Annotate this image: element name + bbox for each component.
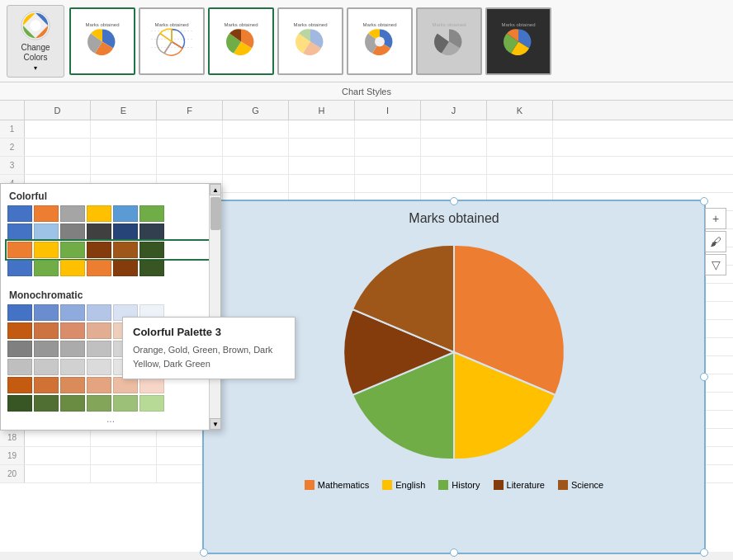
color-swatch[interactable] xyxy=(7,322,32,339)
color-swatch[interactable] xyxy=(87,242,111,258)
color-swatch[interactable] xyxy=(87,377,111,393)
color-swatch[interactable] xyxy=(140,205,164,222)
color-swatch[interactable] xyxy=(87,260,111,276)
change-colors-button[interactable]: Change Colors ▾ xyxy=(7,5,64,78)
color-swatch[interactable] xyxy=(60,260,85,276)
chart-thumb-4[interactable]: Marks obtained xyxy=(277,7,343,75)
color-swatch[interactable] xyxy=(7,242,32,258)
color-swatch[interactable] xyxy=(140,242,164,258)
color-swatch[interactable] xyxy=(140,260,164,276)
tooltip-description: Orange, Gold, Green, Brown, Dark Yellow,… xyxy=(133,343,285,370)
color-swatch[interactable] xyxy=(113,395,138,412)
color-swatch[interactable] xyxy=(34,260,59,276)
color-swatch[interactable] xyxy=(140,377,164,393)
color-swatch[interactable] xyxy=(60,242,85,258)
svg-text:Marks obtained: Marks obtained xyxy=(293,21,327,26)
legend-label-science: Science xyxy=(571,480,603,490)
dropdown-indicator: ▾ xyxy=(34,64,37,72)
color-swatch[interactable] xyxy=(7,341,32,357)
color-swatch[interactable] xyxy=(87,322,111,339)
brush-icon: 🖌 xyxy=(710,235,721,248)
col-headers: D E F G H I J K xyxy=(0,101,733,120)
chart-thumbnails: Marks obtained Marks obtained xyxy=(69,7,726,75)
color-swatch[interactable] xyxy=(87,359,111,375)
color-swatch[interactable] xyxy=(60,377,85,393)
color-swatch[interactable] xyxy=(7,304,32,321)
color-swatch[interactable] xyxy=(34,341,59,357)
chart-thumb-5[interactable]: Marks obtained xyxy=(347,7,413,75)
color-swatch[interactable] xyxy=(34,322,59,339)
resize-handle-bottom-right[interactable] xyxy=(700,548,708,557)
monochromatic-section-title: Monochromatic xyxy=(1,283,220,304)
col-header-d: D xyxy=(25,101,91,120)
color-swatch[interactable] xyxy=(113,377,138,393)
color-swatch[interactable] xyxy=(113,242,138,258)
scrollbar-up-button[interactable]: ▲ xyxy=(210,184,221,195)
color-swatch[interactable] xyxy=(34,359,59,375)
color-swatch[interactable] xyxy=(60,304,85,321)
color-swatch[interactable] xyxy=(34,242,59,258)
chart-thumb-7[interactable]: Marks obtained xyxy=(485,7,551,75)
color-swatch[interactable] xyxy=(34,377,59,393)
more-indicator: ... xyxy=(1,412,220,426)
color-swatch[interactable] xyxy=(113,224,138,240)
color-swatch[interactable] xyxy=(34,395,59,412)
color-swatch[interactable] xyxy=(87,395,111,412)
col-header-g: G xyxy=(223,101,289,120)
palette-icon xyxy=(20,10,51,41)
col-header-h: H xyxy=(289,101,355,120)
color-swatch[interactable] xyxy=(34,224,59,240)
color-swatch[interactable] xyxy=(60,322,85,339)
chart-styles-button[interactable]: 🖌 xyxy=(705,231,726,252)
chart-thumb-2[interactable]: Marks obtained xyxy=(139,7,205,75)
resize-handle-bottom-center[interactable] xyxy=(450,548,458,557)
color-swatch[interactable] xyxy=(34,205,59,222)
resize-handle-top-right[interactable] xyxy=(700,197,708,205)
color-swatch[interactable] xyxy=(7,205,32,222)
color-swatch[interactable] xyxy=(87,341,111,357)
color-swatch[interactable] xyxy=(87,205,111,222)
svg-text:Marks obtained: Marks obtained xyxy=(85,21,119,26)
chart-legend: Mathematics English History Literature S… xyxy=(204,480,704,490)
add-element-button[interactable]: + xyxy=(705,208,726,229)
resize-handle-top-center[interactable] xyxy=(450,197,458,205)
color-swatch[interactable] xyxy=(60,359,85,375)
color-swatch[interactable] xyxy=(87,304,111,321)
color-swatch[interactable] xyxy=(7,395,32,412)
table-row: 1 xyxy=(0,120,733,139)
legend-item-science: Science xyxy=(558,480,603,490)
color-swatch[interactable] xyxy=(60,224,85,240)
color-swatch[interactable] xyxy=(34,304,59,321)
legend-color-history xyxy=(438,480,448,490)
legend-label-history: History xyxy=(452,480,480,490)
chart-filters-button[interactable]: ▽ xyxy=(705,254,726,275)
color-swatch[interactable] xyxy=(113,205,138,222)
scrollbar-down-button[interactable]: ▼ xyxy=(210,418,221,430)
color-row-2 xyxy=(7,224,214,240)
chart-thumb-1[interactable]: Marks obtained xyxy=(69,7,135,75)
color-swatch[interactable] xyxy=(60,341,85,357)
color-swatch[interactable] xyxy=(7,260,32,276)
color-swatch[interactable] xyxy=(140,224,164,240)
color-swatch[interactable] xyxy=(7,224,32,240)
color-swatch[interactable] xyxy=(140,395,164,412)
ribbon-label-area: Chart Styles xyxy=(0,82,733,101)
color-swatch[interactable] xyxy=(7,377,32,393)
chart-thumb-3[interactable]: Marks obtained xyxy=(208,7,274,75)
colorful-color-grid xyxy=(1,205,220,276)
legend-item-history: History xyxy=(438,480,480,490)
color-swatch[interactable] xyxy=(113,260,138,276)
scrollbar-thumb[interactable] xyxy=(210,197,220,230)
scrollbar-track: ▲ ▼ xyxy=(209,184,220,430)
color-swatch[interactable] xyxy=(60,395,85,412)
resize-handle-bottom-left[interactable] xyxy=(200,548,208,557)
col-header-j: J xyxy=(421,101,487,120)
legend-item-literature: Literature xyxy=(494,480,545,490)
color-palette-tooltip: Colorful Palette 3 Orange, Gold, Green, … xyxy=(122,317,296,379)
chart-thumb-6[interactable]: Marks obtained xyxy=(416,7,482,75)
color-swatch[interactable] xyxy=(87,224,111,240)
color-swatch[interactable] xyxy=(60,205,85,222)
resize-handle-mid-right[interactable] xyxy=(700,373,708,381)
chart-side-icons: + 🖌 ▽ xyxy=(705,208,726,275)
color-swatch[interactable] xyxy=(7,359,32,375)
